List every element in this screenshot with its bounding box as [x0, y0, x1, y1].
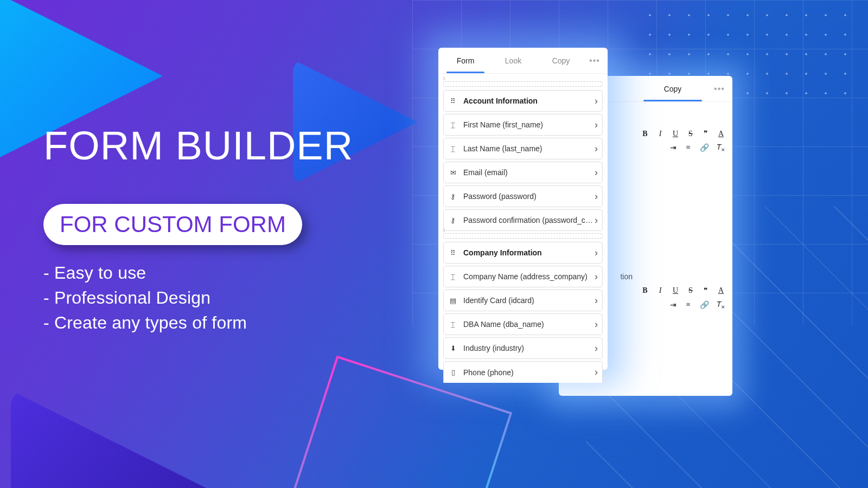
section-label: Company Information — [463, 248, 595, 257]
mail-icon: ✉ — [448, 168, 458, 177]
chevron-right-icon: › — [595, 191, 598, 202]
field-label: Password confirmation (password_confirma… — [463, 216, 595, 224]
hero-title: FORM BUILDER — [43, 125, 353, 167]
section-header-row[interactable]: ⠿ Company Information › — [443, 242, 603, 264]
hero-subtitle-pill: FOR CUSTOM FORM — [43, 204, 302, 245]
strike-icon[interactable]: S — [687, 130, 694, 138]
field-label: Phone (phone) — [463, 368, 595, 377]
drop-zone-marker[interactable] — [443, 233, 603, 239]
phone-icon: ▯ — [448, 368, 458, 377]
tab-copy[interactable]: Copy — [537, 49, 585, 73]
field-label: Company Name (address_company) — [463, 272, 595, 281]
section-icon: ⠿ — [448, 248, 458, 258]
indent-icon[interactable]: ⇥ — [669, 143, 677, 152]
bold-icon[interactable]: B — [641, 286, 649, 295]
field-row[interactable]: ▤ Identify Card (idcard) › — [443, 290, 603, 311]
drop-zone-marker[interactable] — [443, 81, 603, 87]
field-label: Identify Card (idcard) — [463, 296, 595, 305]
field-row[interactable]: ⚷ Password (password) › — [443, 185, 603, 207]
chevron-right-icon: › — [595, 271, 598, 282]
tab-more-icon[interactable]: ••• — [710, 84, 729, 94]
field-row[interactable]: ▯ Phone (phone) › — [443, 361, 603, 383]
section-icon: ⠿ — [448, 96, 458, 106]
clear-format-icon[interactable]: T× — [717, 300, 725, 310]
italic-icon[interactable]: I — [656, 286, 664, 295]
field-label: Last Name (last_name) — [463, 144, 595, 153]
field-list: ⠿ Account Information › ⌶ First Name (fi… — [438, 74, 608, 385]
text-field-icon: ⌶ — [448, 144, 458, 153]
text-field-icon: ⌶ — [448, 319, 458, 329]
section-header-row[interactable]: ⠿ Account Information › — [443, 90, 603, 112]
italic-icon[interactable]: I — [656, 130, 664, 138]
bullet-item: - Easy to use — [43, 260, 353, 285]
chevron-right-icon: › — [595, 167, 598, 178]
password-icon: ⚷ — [448, 215, 458, 225]
chevron-right-icon: › — [595, 343, 598, 354]
chevron-right-icon: › — [595, 367, 598, 378]
field-row[interactable]: ✉ Email (email) › — [443, 162, 603, 183]
link-icon[interactable]: 🔗 — [700, 143, 709, 152]
quote-icon[interactable]: ❞ — [702, 129, 710, 138]
font-color-icon[interactable]: A — [717, 286, 725, 295]
chevron-right-icon: › — [595, 247, 598, 259]
link-icon[interactable]: 🔗 — [700, 300, 709, 310]
indent-icon[interactable]: ⇥ — [669, 300, 677, 310]
field-label: Password (password) — [463, 192, 595, 201]
chevron-right-icon: › — [595, 215, 598, 226]
password-icon: ⚷ — [448, 191, 458, 201]
hero-bullets: - Easy to use - Professional Design - Cr… — [43, 260, 353, 336]
tab-look[interactable]: Look — [489, 49, 537, 73]
tab-more-icon[interactable]: ••• — [585, 56, 604, 66]
bold-icon[interactable]: B — [641, 130, 649, 138]
panel-tabs: Form Look Copy ••• — [438, 48, 608, 74]
text-field-icon: ⌶ — [448, 120, 458, 130]
field-row[interactable]: ⌶ First Name (first_name) › — [443, 114, 603, 136]
field-label: Email (email) — [463, 168, 595, 177]
field-label: First Name (first_name) — [463, 120, 595, 129]
strike-icon[interactable]: S — [687, 286, 694, 295]
clear-format-icon[interactable]: T× — [717, 143, 725, 153]
form-builder-panel: Form Look Copy ••• ⠿ Account Information… — [438, 48, 608, 370]
tab-form[interactable]: Form — [442, 49, 489, 73]
chevron-right-icon: › — [595, 295, 598, 306]
field-label: DBA Name (dba_name) — [463, 320, 595, 329]
chevron-right-icon: › — [595, 143, 598, 155]
field-label: Industry (industry) — [463, 344, 595, 352]
bullet-item: - Professional Design — [43, 285, 353, 310]
section-label: Account Information — [463, 97, 595, 105]
file-icon: ▤ — [448, 296, 458, 305]
marketing-copy: FORM BUILDER FOR CUSTOM FORM - Easy to u… — [43, 125, 353, 336]
chevron-right-icon: › — [595, 119, 598, 131]
field-row[interactable]: ⌶ Last Name (last_name) › — [443, 138, 603, 159]
tab-copy[interactable]: Copy — [636, 77, 710, 101]
field-row[interactable]: ⌶ Company Name (address_company) › — [443, 266, 603, 287]
chevron-right-icon: › — [595, 95, 598, 107]
align-icon[interactable]: ≡ — [685, 143, 692, 152]
field-row[interactable]: ⬇ Industry (industry) › — [443, 337, 603, 359]
chevron-right-icon: › — [595, 319, 598, 330]
field-row[interactable]: ⚷ Password confirmation (password_confir… — [443, 209, 603, 231]
underline-icon[interactable]: U — [672, 286, 679, 295]
underline-icon[interactable]: U — [672, 130, 679, 138]
quote-icon[interactable]: ❞ — [702, 286, 710, 296]
dropdown-icon: ⬇ — [448, 343, 458, 353]
text-field-icon: ⌶ — [448, 272, 458, 281]
bullet-item: - Create any types of form — [43, 310, 353, 335]
font-color-icon[interactable]: A — [717, 130, 725, 138]
field-row[interactable]: ⌶ DBA Name (dba_name) › — [443, 313, 603, 335]
triangle-decoration — [11, 390, 206, 488]
align-icon[interactable]: ≡ — [685, 300, 692, 309]
